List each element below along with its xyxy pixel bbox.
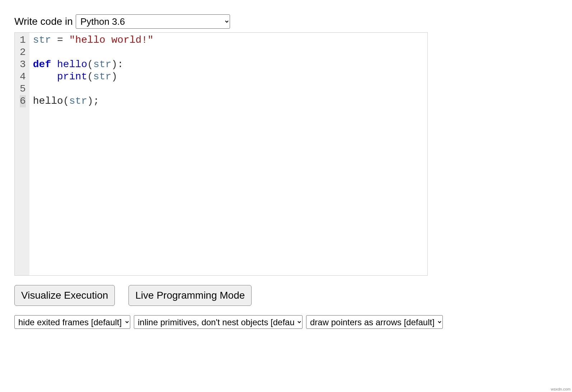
code-token: ( bbox=[87, 59, 93, 70]
pointers-option-select[interactable]: draw pointers as arrows [default] bbox=[306, 315, 443, 329]
visualize-execution-button[interactable]: Visualize Execution bbox=[14, 285, 115, 306]
code-line[interactable]: print(str) bbox=[33, 71, 424, 83]
code-line[interactable] bbox=[33, 83, 424, 95]
code-line[interactable]: str = "hello world!" bbox=[33, 34, 424, 46]
code-token: def bbox=[33, 59, 51, 70]
code-token: ); bbox=[87, 95, 99, 107]
line-number: 1 bbox=[20, 34, 26, 46]
code-token bbox=[51, 59, 57, 70]
code-token: hello bbox=[57, 59, 87, 70]
code-token: str bbox=[69, 95, 87, 107]
code-area[interactable]: str = "hello world!"def hello(str): prin… bbox=[29, 33, 427, 275]
code-token: hello bbox=[33, 95, 63, 107]
code-token: ( bbox=[87, 71, 93, 82]
code-token: = bbox=[57, 34, 63, 46]
language-select[interactable]: Python 3.6 bbox=[76, 14, 230, 29]
code-token: str bbox=[93, 71, 111, 82]
header-row: Write code in Python 3.6 bbox=[14, 14, 558, 29]
code-token: str bbox=[93, 59, 111, 70]
line-number: 6 bbox=[20, 95, 26, 107]
primitives-option-select[interactable]: inline primitives, don't nest objects [d… bbox=[134, 315, 303, 329]
buttons-row: Visualize Execution Live Programming Mod… bbox=[14, 285, 558, 306]
code-token: ( bbox=[63, 95, 69, 107]
code-token: ) bbox=[111, 71, 117, 82]
line-number-gutter: 123456 bbox=[15, 33, 29, 275]
code-token: ): bbox=[111, 59, 123, 70]
write-code-label: Write code in bbox=[14, 16, 73, 27]
code-token: str bbox=[33, 34, 51, 46]
code-editor[interactable]: 123456 str = "hello world!"def hello(str… bbox=[14, 32, 428, 276]
code-token: print bbox=[57, 71, 87, 82]
code-token bbox=[33, 71, 57, 82]
line-number: 4 bbox=[20, 71, 26, 83]
code-token bbox=[51, 34, 57, 46]
code-line[interactable] bbox=[33, 46, 424, 59]
line-number: 3 bbox=[20, 59, 26, 71]
code-token: "hello world!" bbox=[69, 34, 154, 46]
frames-option-select[interactable]: hide exited frames [default] bbox=[14, 315, 130, 329]
code-line[interactable]: def hello(str): bbox=[33, 59, 424, 71]
live-programming-button[interactable]: Live Programming Mode bbox=[128, 285, 252, 306]
code-token bbox=[63, 34, 69, 46]
code-line[interactable]: hello(str); bbox=[33, 95, 424, 107]
line-number: 2 bbox=[20, 46, 26, 59]
line-number: 5 bbox=[20, 83, 26, 95]
options-row: hide exited frames [default] inline prim… bbox=[14, 315, 558, 329]
